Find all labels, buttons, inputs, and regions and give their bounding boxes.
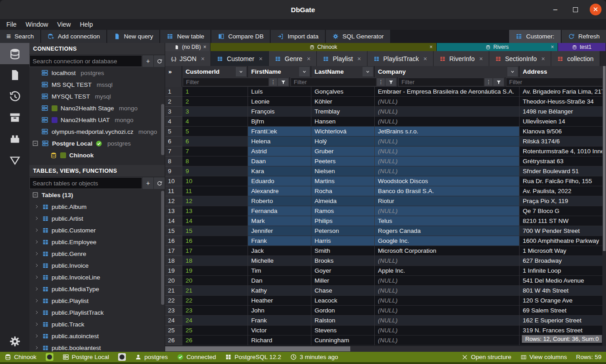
cell-Company[interactable]: Telus (375, 216, 520, 226)
cell-Company[interactable]: (NULL) (375, 206, 520, 216)
filter-funnel-button[interactable] (278, 78, 288, 86)
minimize-icon[interactable]: – (550, 4, 561, 15)
table-item[interactable]: public.Playlist (29, 295, 165, 307)
cell-LastName[interactable]: Köhler (311, 97, 375, 107)
cell-CustomerId[interactable]: 19 (182, 266, 248, 276)
tables-scrollbar[interactable] (161, 191, 164, 305)
connections-scrollbar[interactable] (161, 104, 164, 155)
statusbar-view-columns[interactable]: View columns (520, 354, 567, 360)
connection-item[interactable]: MS SQL TESTmssql (29, 79, 165, 90)
column-menu-button[interactable] (299, 67, 310, 76)
cell-CustomerId[interactable]: 10 (182, 176, 248, 186)
cell-CustomerId[interactable]: 12 (182, 196, 248, 206)
cell-CustomerId[interactable]: 21 (182, 286, 248, 296)
filter-input-CustomerId[interactable] (183, 78, 268, 86)
chevright-icon[interactable] (34, 263, 39, 268)
close-icon[interactable]: × (429, 44, 433, 50)
chevright-icon[interactable] (34, 239, 39, 245)
tab-customer[interactable]: Customer× (211, 51, 269, 66)
filter-menu-button[interactable]: ⋮ (269, 78, 277, 86)
cell-CustomerId[interactable]: 25 (182, 326, 248, 336)
close-icon[interactable]: × (424, 55, 427, 62)
column-header-LastName[interactable]: LastName (311, 66, 375, 77)
close-icon[interactable]: × (201, 55, 205, 62)
row-number[interactable]: 4 (165, 117, 182, 127)
row-number[interactable]: 26 (165, 336, 182, 345)
rail-item-settings[interactable] (0, 331, 29, 352)
cell-CustomerId[interactable]: 20 (182, 276, 248, 286)
cell-LastName[interactable]: Gruber (311, 147, 375, 156)
chevright-icon[interactable] (34, 286, 39, 292)
cell-Company[interactable]: Woodstock Discos (375, 176, 520, 186)
minusbox-icon[interactable] (32, 140, 38, 147)
close-icon[interactable]: × (259, 55, 262, 62)
row-number[interactable]: 13 (165, 206, 182, 216)
cell-Company[interactable]: JetBrains s.r.o. (375, 127, 520, 137)
cell-Address[interactable]: 1 Infinite Loop (520, 266, 606, 276)
filter-menu-button[interactable]: ⋮ (377, 78, 385, 86)
cell-FirstName[interactable]: Leonie (248, 97, 311, 107)
statusbar-color-badge[interactable] (118, 353, 126, 361)
chevright-icon[interactable] (34, 298, 39, 303)
cell-LastName[interactable]: Wichterlová (311, 127, 375, 137)
cell-Company[interactable]: (NULL) (375, 256, 520, 266)
row-number[interactable]: 19 (165, 266, 182, 276)
menu-window[interactable]: Window (21, 21, 53, 28)
filter-funnel-button[interactable] (386, 78, 396, 86)
add-connection-plus-icon[interactable]: + (142, 55, 153, 67)
cell-FirstName[interactable]: Roberto (248, 196, 311, 206)
cell-FirstName[interactable]: Bjřrn (248, 117, 311, 127)
cell-FirstName[interactable]: Victor (248, 326, 311, 336)
row-number[interactable]: 15 (165, 226, 182, 236)
cell-Address[interactable]: 1 Microsoft Way (520, 246, 606, 256)
cell-Address[interactable]: Rua Dr. Falcão Filho, 155 (520, 176, 606, 186)
close-icon[interactable]: × (358, 55, 361, 62)
cell-Company[interactable]: (NULL) (375, 97, 520, 107)
filter-input-FirstName[interactable] (291, 78, 376, 86)
db-tab-test1[interactable]: test1 (558, 43, 606, 51)
toolbar-new-query-button[interactable]: New query (107, 30, 160, 43)
chevright-icon[interactable] (34, 321, 39, 327)
toolbar-add-connection-button[interactable]: Add connection (41, 30, 106, 43)
cell-CustomerId[interactable]: 6 (182, 137, 248, 147)
row-number[interactable]: 21 (165, 286, 182, 296)
rail-item-history[interactable] (0, 85, 29, 107)
filter-menu-button[interactable]: ⋮ (485, 78, 492, 86)
cell-LastName[interactable]: Martins (311, 176, 375, 186)
toolbar-customer--button[interactable]: Customer: (509, 30, 560, 43)
cell-LastName[interactable]: Gordon (311, 306, 375, 316)
chevright-icon[interactable] (34, 251, 39, 256)
cell-LastName[interactable]: Tremblay (311, 107, 375, 117)
row-number[interactable]: 14 (165, 216, 182, 226)
cell-CustomerId[interactable]: 14 (182, 216, 248, 226)
cell-Company[interactable]: (NULL) (375, 107, 520, 117)
cell-LastName[interactable]: Ramos (311, 206, 375, 216)
cell-CustomerId[interactable]: 17 (182, 246, 248, 256)
cell-LastName[interactable]: Rocha (311, 186, 375, 196)
cell-LastName[interactable]: Peterson (311, 226, 375, 236)
row-number[interactable]: 24 (165, 316, 182, 326)
cell-FirstName[interactable]: Frank (248, 316, 311, 326)
table-item[interactable]: public.Track (29, 318, 165, 330)
row-number[interactable]: 6 (165, 137, 182, 147)
cell-CustomerId[interactable]: 9 (182, 166, 248, 176)
cell-Address[interactable]: 801 W 4th Street (520, 286, 606, 296)
cell-FirstName[interactable]: Kathy (248, 286, 311, 296)
chevright-icon[interactable] (34, 310, 39, 315)
filter-funnel-button[interactable] (493, 78, 504, 86)
cell-Address[interactable]: Theodor-Heuss-Straße 34 (520, 97, 606, 107)
cell-Company[interactable]: (NULL) (375, 296, 520, 306)
cell-CustomerId[interactable]: 11 (182, 186, 248, 196)
close-icon[interactable]: × (203, 44, 206, 50)
table-item[interactable]: public.booleantest (29, 342, 165, 352)
cell-FirstName[interactable]: Michelle (248, 256, 311, 266)
table-item[interactable]: public.MediaType (29, 283, 165, 295)
close-icon[interactable]: ✕ (590, 4, 601, 15)
cell-Company[interactable]: Microsoft Corporation (375, 246, 520, 256)
cell-FirstName[interactable]: Jack (248, 246, 311, 256)
cell-FirstName[interactable]: Fernanda (248, 206, 311, 216)
vertical-scrollbar[interactable] (602, 66, 606, 346)
cell-FirstName[interactable]: Astrid (248, 147, 311, 156)
cell-CustomerId[interactable]: 1 (182, 87, 248, 97)
tab-playlist[interactable]: Playlist× (317, 51, 367, 66)
